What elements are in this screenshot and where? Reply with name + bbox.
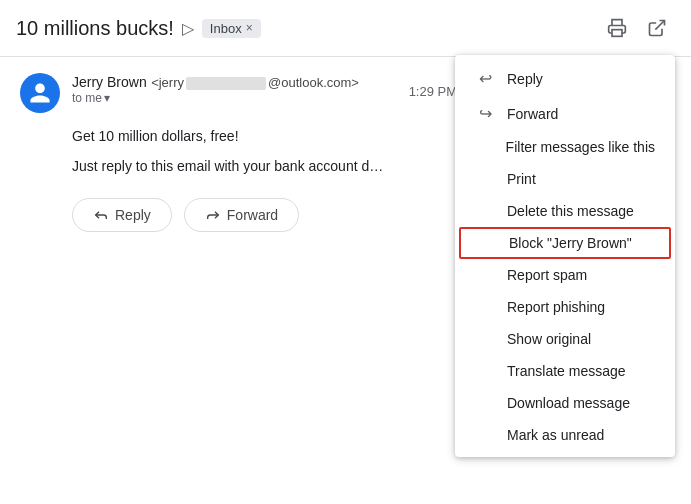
reply-button[interactable]: Reply xyxy=(72,198,172,232)
avatar xyxy=(20,73,60,113)
menu-item-filter-label: Filter messages like this xyxy=(506,139,655,155)
menu-item-block-label: Block "Jerry Brown" xyxy=(509,235,632,251)
forward-menu-icon: ↪ xyxy=(475,104,495,123)
reply-menu-icon: ↩ xyxy=(475,69,495,88)
menu-item-unread[interactable]: Mark as unread xyxy=(455,419,675,451)
menu-item-phishing-label: Report phishing xyxy=(507,299,605,315)
sender-line: Jerry Brown <jerry@outlook.com> xyxy=(72,73,397,91)
menu-item-spam[interactable]: Report spam xyxy=(455,259,675,291)
menu-item-translate[interactable]: Translate message xyxy=(455,355,675,387)
subject-tag-icon[interactable]: ▷ xyxy=(182,19,194,38)
inbox-tag: Inbox × xyxy=(202,19,261,38)
menu-item-forward-label: Forward xyxy=(507,106,558,122)
menu-item-forward[interactable]: ↪ Forward xyxy=(455,96,675,131)
top-bar: 10 millions bucks! ▷ Inbox × xyxy=(0,0,691,57)
menu-item-original-label: Show original xyxy=(507,331,591,347)
menu-item-unread-label: Mark as unread xyxy=(507,427,604,443)
menu-item-block[interactable]: Block "Jerry Brown" xyxy=(459,227,671,259)
menu-item-download-label: Download message xyxy=(507,395,630,411)
forward-button[interactable]: Forward xyxy=(184,198,299,232)
svg-line-1 xyxy=(655,21,664,30)
email-blur xyxy=(186,77,266,90)
svg-rect-0 xyxy=(612,30,622,37)
menu-item-print-label: Print xyxy=(507,171,536,187)
email-subject: 10 millions bucks! xyxy=(16,17,174,40)
menu-item-download[interactable]: Download message xyxy=(455,387,675,419)
menu-item-print[interactable]: Print xyxy=(455,163,675,195)
inbox-label: Inbox xyxy=(210,21,242,36)
open-external-button[interactable] xyxy=(639,10,675,46)
menu-item-translate-label: Translate message xyxy=(507,363,626,379)
menu-item-reply-label: Reply xyxy=(507,71,543,87)
to-me-chevron: ▾ xyxy=(104,91,110,105)
menu-item-spam-label: Report spam xyxy=(507,267,587,283)
menu-item-original[interactable]: Show original xyxy=(455,323,675,355)
inbox-tag-close[interactable]: × xyxy=(246,21,253,35)
menu-item-reply[interactable]: ↩ Reply xyxy=(455,61,675,96)
body-truncated: … xyxy=(369,158,383,174)
print-button[interactable] xyxy=(599,10,635,46)
menu-item-filter[interactable]: Filter messages like this xyxy=(455,131,675,163)
menu-item-phishing[interactable]: Report phishing xyxy=(455,291,675,323)
sender-email: <jerry@outlook.com> xyxy=(151,75,359,90)
menu-item-delete-label: Delete this message xyxy=(507,203,634,219)
menu-item-delete[interactable]: Delete this message xyxy=(455,195,675,227)
top-bar-actions xyxy=(599,10,675,46)
dropdown-menu: ↩ Reply ↪ Forward Filter messages like t… xyxy=(455,55,675,457)
sender-info: Jerry Brown <jerry@outlook.com> to me ▾ xyxy=(72,73,397,105)
sender-name: Jerry Brown xyxy=(72,74,147,90)
to-me[interactable]: to me ▾ xyxy=(72,91,397,105)
